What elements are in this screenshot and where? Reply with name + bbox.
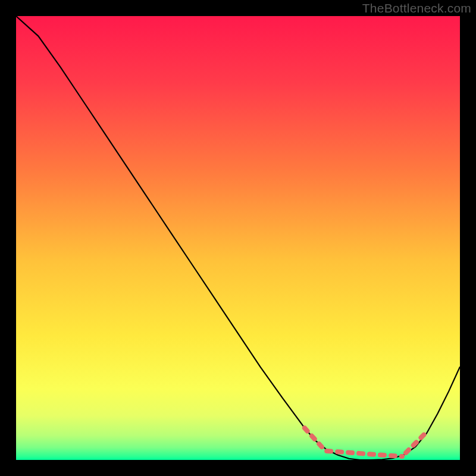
watermark-text: TheBottleneck.com (362, 1, 471, 15)
chart-stage: TheBottleneck.com (0, 0, 476, 476)
plot-background (16, 16, 460, 460)
plot-svg (0, 0, 476, 476)
